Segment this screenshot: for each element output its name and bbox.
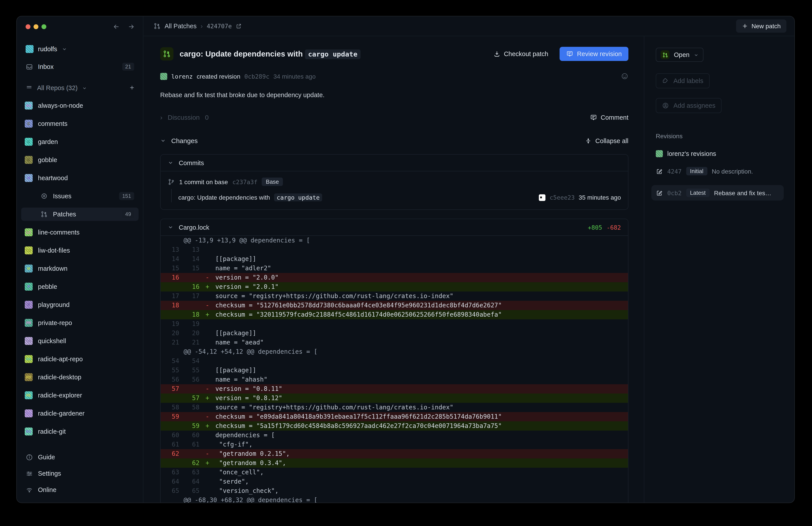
- sidebar-repo-item[interactable]: AO always-on-node: [21, 99, 139, 112]
- chevron-down-icon: [160, 138, 166, 144]
- external-link-icon[interactable]: [236, 23, 242, 29]
- diff-line[interactable]: 61 61 "cfg-if",: [161, 440, 628, 449]
- new-patch-button[interactable]: New patch: [736, 19, 786, 33]
- sidebar-repo-item[interactable]: RG radicle-git: [21, 425, 139, 438]
- commit-row[interactable]: cargo: Update dependencies with cargo up…: [168, 194, 621, 201]
- diff-line[interactable]: 20 20 [[package]]: [161, 329, 628, 338]
- review-revision-button[interactable]: Review revision: [560, 47, 628, 61]
- back-icon[interactable]: [113, 23, 120, 30]
- sidebar-repo-item[interactable]: C comments: [21, 117, 139, 130]
- diff-line[interactable]: 64 64 "serde",: [161, 477, 628, 486]
- sidebar-repo-item[interactable]: RD radicle-desktop: [21, 371, 139, 384]
- minimize-window-button[interactable]: [33, 24, 39, 29]
- emoji-reaction-icon[interactable]: [621, 72, 628, 80]
- diff-line[interactable]: 14 14 [[package]]: [161, 254, 628, 264]
- diff-line[interactable]: 16 + version = "2.0.1": [161, 282, 628, 292]
- old-line-number: 21: [161, 338, 179, 347]
- sidebar-repo-item[interactable]: G gobble: [21, 153, 139, 167]
- sidebar-item-issues[interactable]: Issues 151: [21, 189, 139, 203]
- diff-line[interactable]: 62 + "getrandom 0.3.4",: [161, 458, 628, 468]
- commit-hash[interactable]: c5eee23: [550, 194, 575, 201]
- sidebar-repo-item[interactable]: RG radicle-gardener: [21, 407, 139, 420]
- revision-row[interactable]: 4247 Initial No description.: [651, 164, 784, 179]
- diff-line[interactable]: @@ -68,30 +68,32 @@ dependencies = [: [161, 496, 628, 502]
- new-line-number: 19: [179, 319, 200, 329]
- sidebar-repo-item[interactable]: H heartwood: [21, 171, 139, 185]
- new-line-number: 20: [179, 329, 200, 338]
- base-commit-hash[interactable]: c237a3f: [232, 178, 258, 185]
- sidebar-repo-item[interactable]: LC line-comments: [21, 226, 139, 239]
- sidebar-repo-item[interactable]: RE radicle-explorer: [21, 389, 139, 402]
- diff-line[interactable]: @@ -54,12 +54,12 @@ dependencies = [: [161, 347, 628, 356]
- checkout-patch-button[interactable]: Checkout patch: [493, 51, 548, 57]
- zoom-window-button[interactable]: [42, 24, 46, 29]
- sidebar-repo-item[interactable]: RA radicle-apt-repo: [21, 353, 139, 366]
- add-labels-button[interactable]: Add labels: [656, 73, 709, 88]
- repos-header-label: All Repos (32): [37, 84, 78, 91]
- diff-line[interactable]: 59 - checksum = "e89da841a80418a9b391eba…: [161, 412, 628, 421]
- breadcrumb-patch-id[interactable]: 424707e: [207, 23, 232, 30]
- sidebar-repo-item[interactable]: PR private-repo: [21, 316, 139, 329]
- repos-filter[interactable]: All Repos (32) +: [26, 84, 134, 92]
- breadcrumb-section[interactable]: All Patches: [164, 23, 197, 30]
- person-icon: [662, 102, 669, 109]
- diff-line[interactable]: 55 55 [[package]]: [161, 366, 628, 375]
- diff-line[interactable]: 65 65 "version_check",: [161, 486, 628, 496]
- diff-line[interactable]: 58 58 source = "registry+https://github.…: [161, 403, 628, 412]
- diff-line[interactable]: 60 60 dependencies = [: [161, 431, 628, 440]
- profile-switcher[interactable]: rudolfs: [26, 45, 134, 54]
- status-dropdown[interactable]: Open: [656, 48, 704, 62]
- diff-line[interactable]: 59 + checksum = "5a15f179cd60c4584b8a8c5…: [161, 421, 628, 431]
- sidebar-item-patches[interactable]: Patches 49: [21, 208, 139, 221]
- diff-line[interactable]: 56 56 name = "ahash": [161, 375, 628, 384]
- diff-line[interactable]: 57 + version = "0.8.12": [161, 394, 628, 403]
- diff-line[interactable]: 15 15 name = "adler2": [161, 264, 628, 273]
- author-name[interactable]: lorenz: [171, 73, 193, 80]
- close-window-button[interactable]: [26, 24, 30, 29]
- discussion-toggle[interactable]: › Discussion 0: [160, 114, 209, 121]
- diff-line[interactable]: 19 19: [161, 319, 628, 329]
- comment-button[interactable]: Comment: [590, 114, 628, 121]
- changes-toggle[interactable]: Changes: [160, 137, 198, 144]
- sidebar-repo-item[interactable]: P playground: [21, 298, 139, 311]
- repo-avatar-initials: G: [27, 140, 30, 144]
- collapse-all-button[interactable]: Collapse all: [585, 137, 628, 144]
- forward-icon[interactable]: [128, 23, 135, 30]
- diff-line[interactable]: 16 - version = "2.0.0": [161, 273, 628, 282]
- diff-line[interactable]: 62 - "getrandom 0.2.15",: [161, 449, 628, 458]
- sidebar-item-online[interactable]: Online: [26, 483, 134, 496]
- diff-line[interactable]: @@ -13,9 +13,9 @@ dependencies = [: [161, 236, 628, 245]
- revision-hash[interactable]: 0cb289c: [244, 73, 270, 80]
- repo-name: radicle-gardener: [38, 410, 85, 417]
- sidebar-item-settings[interactable]: Settings: [26, 467, 134, 480]
- revision-row[interactable]: 0cb2 Latest Rebase and fix tes…: [651, 185, 784, 200]
- repo-avatar-initials: RA: [26, 357, 31, 361]
- diff-line[interactable]: 54 54: [161, 356, 628, 366]
- diff-line[interactable]: 57 - version = "0.8.11": [161, 384, 628, 394]
- sidebar-repo-item[interactable]: M markdown: [21, 262, 139, 275]
- diff-line[interactable]: 21 21 name = "aead": [161, 338, 628, 347]
- sidebar-repo-item[interactable]: G garden: [21, 135, 139, 148]
- diff-line[interactable]: 17 17 source = "registry+https://github.…: [161, 292, 628, 301]
- commits-header[interactable]: Commits: [161, 155, 628, 171]
- sidebar-item-guide[interactable]: Guide: [26, 451, 134, 464]
- review-icon: [566, 51, 574, 57]
- add-assignees-button[interactable]: Add assignees: [656, 98, 722, 113]
- status-label: Open: [674, 51, 690, 58]
- diff-line[interactable]: 18 - checksum = "512761e0bb2578dd7380c6b…: [161, 301, 628, 310]
- sidebar-repo-item[interactable]: P pebble: [21, 280, 139, 293]
- diff-line[interactable]: 18 + checksum = "320119579fcad9c21884f5c…: [161, 310, 628, 319]
- sidebar-repo-item[interactable]: QS quickshell: [21, 334, 139, 347]
- file-header[interactable]: Cargo.lock +805 -682: [161, 219, 628, 236]
- repo-name: playground: [38, 301, 70, 308]
- diff-line[interactable]: 63 63 "once_cell",: [161, 468, 628, 477]
- revision-id: 0cb2: [667, 189, 682, 196]
- diff-code: @@ -68,30 +68,32 @@ dependencies = [: [179, 496, 318, 502]
- new-line-number: 59: [179, 421, 200, 431]
- sidebar-repo-item[interactable]: LD liw-dot-files: [21, 244, 139, 257]
- diff-line[interactable]: 13 13: [161, 245, 628, 254]
- new-line-number: 62: [179, 458, 200, 468]
- add-repo-button[interactable]: +: [130, 84, 134, 92]
- sidebar-item-inbox[interactable]: Inbox 21: [26, 62, 134, 71]
- diff-code: [[package]]: [215, 254, 256, 264]
